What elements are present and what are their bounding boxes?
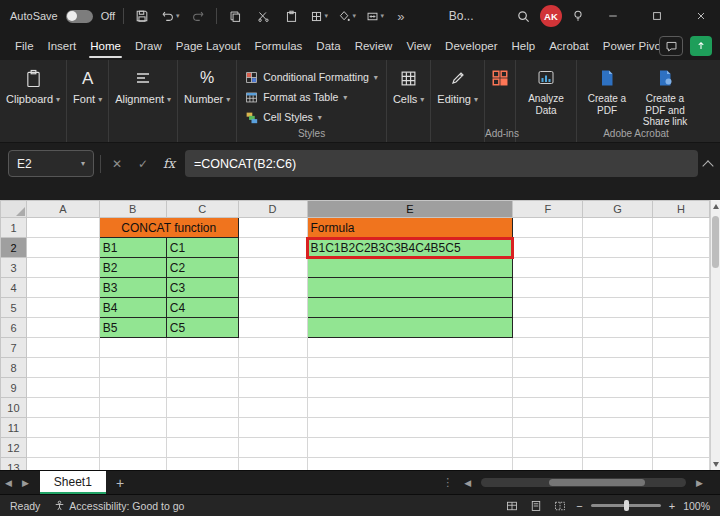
cell-C5[interactable]: C4: [166, 298, 238, 318]
cell-F6[interactable]: [513, 318, 583, 338]
sheet-nav-left-icon[interactable]: ◀: [0, 478, 17, 488]
cell-B1[interactable]: CONCAT function: [99, 218, 238, 238]
cell-F8[interactable]: [513, 358, 583, 378]
tab-review[interactable]: Review: [353, 32, 395, 60]
redo-button[interactable]: [188, 4, 208, 28]
cell-C11[interactable]: [166, 418, 238, 438]
zoom-slider-handle[interactable]: [624, 500, 629, 511]
alignment-button[interactable]: Alignment▾: [115, 68, 171, 105]
cell-A9[interactable]: [26, 378, 99, 398]
cell-F2[interactable]: [513, 238, 583, 258]
cell-G6[interactable]: [583, 318, 653, 338]
insert-function-button[interactable]: fx: [159, 156, 179, 171]
cell-G12[interactable]: [583, 438, 653, 458]
cell-C3[interactable]: C2: [166, 258, 238, 278]
cells-button[interactable]: Cells▾: [393, 68, 424, 105]
tab-formulas[interactable]: Formulas: [252, 32, 304, 60]
normal-view-button[interactable]: [504, 498, 520, 514]
horizontal-scrollbar[interactable]: ◀ ▶: [459, 478, 720, 488]
cell-F4[interactable]: [513, 278, 583, 298]
cell-F7[interactable]: [513, 338, 583, 358]
enter-button[interactable]: ✓: [133, 157, 153, 171]
cell-F1[interactable]: [513, 218, 583, 238]
row-header-8[interactable]: 8: [1, 358, 27, 378]
format-as-table-button[interactable]: Format as Table ▾: [243, 88, 380, 106]
cell-F11[interactable]: [513, 418, 583, 438]
cell-G13[interactable]: [583, 458, 653, 471]
cell-D7[interactable]: [238, 338, 307, 358]
cell-A12[interactable]: [26, 438, 99, 458]
tab-draw[interactable]: Draw: [133, 32, 164, 60]
cell-A2[interactable]: [26, 238, 99, 258]
cell-C2[interactable]: C1: [166, 238, 238, 258]
cell-A7[interactable]: [26, 338, 99, 358]
comments-button[interactable]: [659, 36, 683, 56]
cell-styles-button[interactable]: Cell Styles ▾: [243, 108, 380, 126]
column-header-C[interactable]: C: [166, 201, 238, 218]
page-break-view-button[interactable]: [552, 498, 568, 514]
cell-H7[interactable]: [653, 338, 710, 358]
cell-H13[interactable]: [653, 458, 710, 471]
cell-B6[interactable]: B5: [99, 318, 166, 338]
column-header-H[interactable]: H: [653, 201, 710, 218]
cell-H11[interactable]: [653, 418, 710, 438]
row-header-1[interactable]: 1: [1, 218, 27, 238]
sheetbar-divider-dots[interactable]: ⋮: [436, 476, 459, 489]
editing-button[interactable]: Editing▾: [437, 68, 478, 105]
autosave-toggle[interactable]: [66, 10, 93, 23]
cell-C10[interactable]: [166, 398, 238, 418]
close-button[interactable]: [682, 0, 720, 32]
cell-F13[interactable]: [513, 458, 583, 471]
more-commands-button[interactable]: »: [393, 9, 408, 24]
cell-C4[interactable]: C3: [166, 278, 238, 298]
column-header-G[interactable]: G: [583, 201, 653, 218]
cell-A5[interactable]: [26, 298, 99, 318]
row-header-2[interactable]: 2: [1, 238, 27, 258]
cell-D4[interactable]: [238, 278, 307, 298]
cell-B5[interactable]: B4: [99, 298, 166, 318]
cell-A1[interactable]: [26, 218, 99, 238]
tab-insert[interactable]: Insert: [46, 32, 79, 60]
scroll-up-arrow[interactable]: [711, 200, 720, 212]
cell-G2[interactable]: [583, 238, 653, 258]
font-button[interactable]: A Font▾: [73, 68, 102, 105]
cell-E12[interactable]: [307, 438, 513, 458]
cell-F10[interactable]: [513, 398, 583, 418]
borders-button[interactable]: ▾: [309, 4, 329, 28]
row-header-12[interactable]: 12: [1, 438, 27, 458]
tab-file[interactable]: File: [13, 32, 36, 60]
zoom-level[interactable]: 100%: [683, 500, 710, 512]
clipboard-button[interactable]: Clipboard▾: [6, 68, 60, 105]
account-avatar[interactable]: AK: [540, 5, 562, 27]
cell-B11[interactable]: [99, 418, 166, 438]
formula-bar-collapse-icon[interactable]: [702, 160, 713, 171]
row-header-6[interactable]: 6: [1, 318, 27, 338]
cell-B2[interactable]: B1: [99, 238, 166, 258]
cell-E1[interactable]: Formula: [307, 218, 513, 238]
cell-D12[interactable]: [238, 438, 307, 458]
cell-H8[interactable]: [653, 358, 710, 378]
cell-G3[interactable]: [583, 258, 653, 278]
tab-developer[interactable]: Developer: [443, 32, 499, 60]
name-box[interactable]: E2 ▾: [8, 150, 94, 177]
zoom-out-button[interactable]: −: [576, 500, 582, 512]
cell-F9[interactable]: [513, 378, 583, 398]
cell-D10[interactable]: [238, 398, 307, 418]
tab-help[interactable]: Help: [510, 32, 538, 60]
cell-H4[interactable]: [653, 278, 710, 298]
row-header-7[interactable]: 7: [1, 338, 27, 358]
cell-G11[interactable]: [583, 418, 653, 438]
cell-E4[interactable]: [307, 278, 513, 298]
cut-button[interactable]: [253, 4, 273, 28]
cell-D3[interactable]: [238, 258, 307, 278]
create-pdf-button[interactable]: Create a PDF: [583, 68, 631, 116]
horizontal-scroll-thumb[interactable]: [549, 479, 645, 486]
number-button[interactable]: % Number▾: [184, 68, 230, 105]
cell-E7[interactable]: [307, 338, 513, 358]
cell-H1[interactable]: [653, 218, 710, 238]
cell-F12[interactable]: [513, 438, 583, 458]
row-header-4[interactable]: 4: [1, 278, 27, 298]
cell-A4[interactable]: [26, 278, 99, 298]
row-header-11[interactable]: 11: [1, 418, 27, 438]
cell-E13[interactable]: [307, 458, 513, 471]
